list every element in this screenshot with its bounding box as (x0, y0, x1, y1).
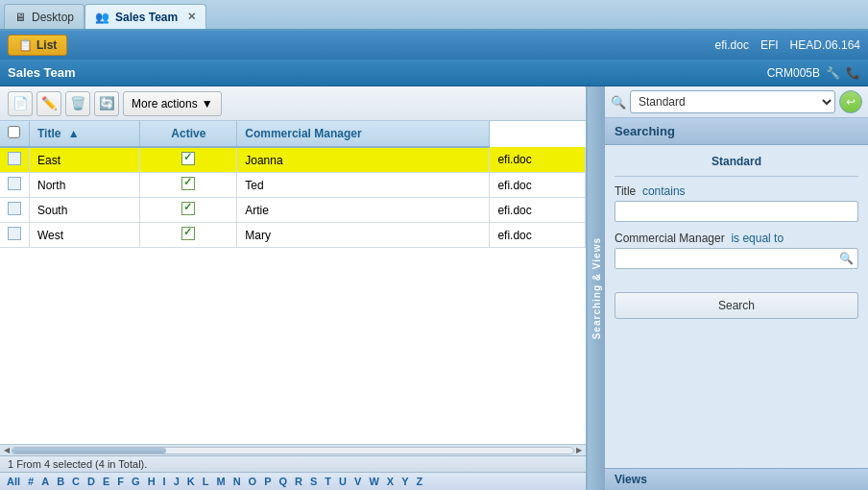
commercial-manager-search-icon: 🔍 (835, 249, 857, 268)
alpha-letter-G[interactable]: G (129, 475, 143, 488)
data-table: Title ▲ Active Commercial Manager EastJo… (0, 121, 586, 248)
row-checkbox-cell (0, 198, 30, 223)
searching-header: Searching (605, 118, 868, 145)
tab-desktop[interactable]: 🖥 Desktop (4, 4, 84, 29)
toolbar: 📄 ✏️ 🗑️ 🔄 More actions ▼ (0, 86, 586, 121)
scroll-thumb[interactable] (12, 448, 166, 453)
alpha-letter-X[interactable]: X (384, 475, 397, 488)
row-checkbox-cell (0, 147, 30, 173)
list-button[interactable]: 📋 List (8, 35, 67, 56)
scroll-right-icon[interactable]: ▶ (574, 446, 584, 454)
col-title[interactable]: Title ▲ (30, 121, 140, 147)
alpha-letter-A[interactable]: A (38, 475, 52, 488)
tab-sales-team-label: Sales Team (115, 11, 178, 24)
row-title-cell: West (30, 223, 140, 248)
row-icon (8, 202, 21, 215)
alpha-letter-C[interactable]: C (69, 475, 83, 488)
commercial-manager-input-wrap: 🔍 (615, 248, 858, 269)
alpha-letter-#[interactable]: # (25, 475, 36, 488)
status-bar: 1 From 4 selected (4 in Total). (0, 455, 586, 472)
alpha-letter-Q[interactable]: Q (277, 475, 291, 488)
list-bar: 📋 List efi.doc EFI HEAD.06.164 (0, 31, 868, 60)
alpha-letter-D[interactable]: D (84, 475, 98, 488)
row-active-cell (140, 223, 237, 248)
alpha-letter-L[interactable]: L (200, 475, 212, 488)
alpha-letter-Y[interactable]: Y (398, 475, 411, 488)
scroll-left-icon[interactable]: ◀ (2, 446, 12, 454)
alpha-letter-P[interactable]: P (261, 475, 274, 488)
doc-name: efi.doc (715, 38, 749, 52)
standard-title: Standard (615, 151, 858, 177)
table-row[interactable]: NorthTedefi.doc (0, 173, 586, 198)
row-commercial-manager-cell: Ted (237, 173, 490, 198)
horizontal-scrollbar[interactable]: ◀ ▶ (0, 444, 586, 455)
table-row[interactable]: EastJoannaefi.doc (0, 147, 586, 173)
row-commercial-manager-cell: Joanna (237, 147, 490, 173)
scroll-track[interactable] (12, 447, 574, 454)
select-all-checkbox[interactable] (8, 126, 20, 138)
more-actions-button[interactable]: More actions ▼ (123, 91, 222, 116)
row-doc-cell: efi.doc (490, 198, 586, 223)
alpha-letter-J[interactable]: J (171, 475, 182, 488)
commercial-manager-search-input[interactable] (615, 249, 835, 268)
table-container: Title ▲ Active Commercial Manager EastJo… (0, 121, 586, 444)
search-go-button[interactable]: ↩ (839, 90, 862, 113)
tab-close-button[interactable]: ✕ (187, 11, 196, 23)
row-checkbox-cell (0, 173, 30, 198)
alpha-letter-F[interactable]: F (114, 475, 127, 488)
row-commercial-manager-cell: Artie (237, 198, 490, 223)
dropdown-arrow-icon: ▼ (202, 97, 213, 110)
alpha-letter-B[interactable]: B (54, 475, 67, 488)
tab-sales-team[interactable]: 👥 Sales Team ✕ (84, 4, 206, 29)
list-icon: 📋 (18, 38, 33, 52)
table-row[interactable]: SouthArtieefi.doc (0, 198, 586, 223)
col-active[interactable]: Active (140, 121, 237, 147)
crm-badge: CRM005B 🔧 📞 (767, 66, 860, 80)
commercial-manager-condition-link[interactable]: is equal to (731, 232, 784, 245)
active-check-icon (181, 227, 195, 240)
table-row[interactable]: WestMaryefi.doc (0, 223, 586, 248)
alpha-letter-U[interactable]: U (336, 475, 350, 488)
refresh-button[interactable]: 🔄 (94, 91, 119, 116)
list-button-label: List (36, 38, 57, 52)
header-right-info: efi.doc EFI HEAD.06.164 (715, 38, 860, 52)
alpha-letter-O[interactable]: O (246, 475, 260, 488)
left-panel: 📄 ✏️ 🗑️ 🔄 More actions ▼ (0, 86, 588, 490)
title-search-input[interactable] (615, 201, 858, 222)
title-condition-link[interactable]: contains (642, 184, 686, 198)
edit-button[interactable]: ✏️ (36, 91, 61, 116)
delete-button[interactable]: 🗑️ (65, 91, 90, 116)
row-title-cell: East (30, 147, 140, 173)
phone-icon: 📞 (846, 66, 860, 80)
new-icon: 📄 (12, 96, 29, 110)
search-action-button[interactable]: Search (615, 292, 858, 319)
table-header-row: Title ▲ Active Commercial Manager (0, 121, 586, 147)
alpha-letter-N[interactable]: N (230, 475, 244, 488)
alpha-letters: #ABCDEFGHIJKLMNOPQRSTUVWXYZ (25, 475, 425, 488)
right-panel: 🔍 Standard ↩ Searching Standard Title (605, 86, 868, 490)
alpha-letter-R[interactable]: R (292, 475, 305, 488)
alpha-letter-I[interactable]: I (160, 475, 169, 488)
col-commercial-manager[interactable]: Commercial Manager (237, 121, 490, 147)
row-active-cell (140, 147, 237, 173)
search-view-select[interactable]: Standard (630, 90, 835, 113)
row-active-cell (140, 173, 237, 198)
alpha-letter-S[interactable]: S (307, 475, 320, 488)
alpha-letter-W[interactable]: W (366, 475, 381, 488)
alpha-letter-H[interactable]: H (145, 475, 158, 488)
alpha-letter-T[interactable]: T (322, 475, 334, 488)
alpha-letter-K[interactable]: K (184, 475, 198, 488)
row-doc-cell: efi.doc (490, 147, 586, 173)
new-button[interactable]: 📄 (8, 91, 33, 116)
row-doc-cell: efi.doc (490, 173, 586, 198)
row-checkbox-cell (0, 223, 30, 248)
edit-icon: ✏️ (41, 96, 58, 110)
searching-title: Searching (615, 124, 675, 138)
alpha-letter-V[interactable]: V (351, 475, 364, 488)
panel-divider[interactable]: Searching & Views (588, 86, 605, 490)
alpha-all[interactable]: All (4, 475, 23, 488)
alpha-letter-E[interactable]: E (100, 475, 112, 488)
alpha-letter-Z[interactable]: Z (413, 475, 425, 488)
col-checkbox[interactable] (0, 121, 30, 147)
alpha-letter-M[interactable]: M (213, 475, 228, 488)
